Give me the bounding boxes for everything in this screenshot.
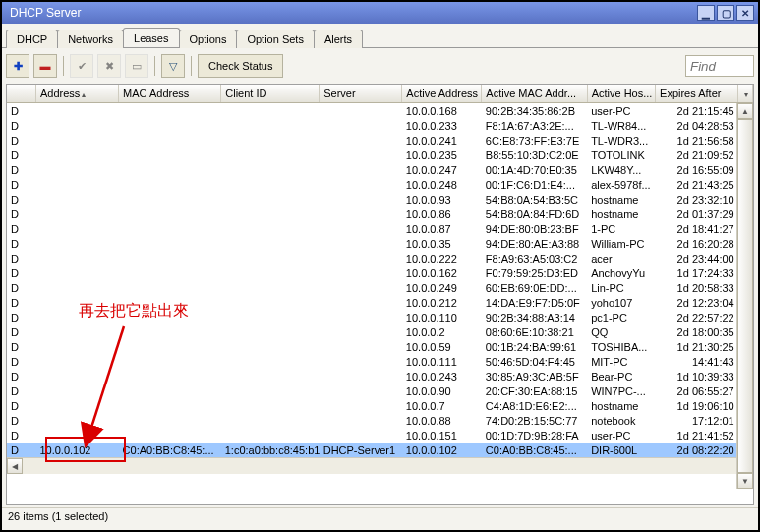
column-header[interactable]: Server [320, 85, 402, 103]
table-row[interactable]: D10.0.0.9354:B8:0A:54:B3:5Chostname2d 23… [7, 192, 753, 207]
check-icon: ✔ [78, 60, 87, 73]
tab-bar: DHCPNetworksLeasesOptionsOption SetsAler… [2, 24, 758, 48]
table-row[interactable]: D10.0.0.11150:46:5D:04:F4:45MIT-PC14:41:… [7, 354, 753, 369]
table-row[interactable]: D10.0.0.5900:1B:24:BA:99:61TOSHIBA...1d … [7, 339, 753, 354]
window-frame: DHCP Server ▁ ▢ ✕ DHCPNetworksLeasesOpti… [0, 0, 760, 532]
scroll-left-button[interactable]: ◀ [7, 458, 23, 474]
x-icon: ✖ [105, 60, 114, 73]
minus-icon: ▬ [40, 60, 51, 72]
table-row[interactable]: D10.0.0.233F8:1A:67:A3:2E:...TL-WR84...2… [7, 118, 753, 133]
toolbar-separator [154, 56, 155, 76]
table-row[interactable]: D10.0.0.24960:EB:69:0E:DD:...Lin-PC1d 20… [7, 280, 753, 295]
toolbar-separator [63, 56, 64, 76]
tab-alerts[interactable]: Alerts [314, 30, 363, 48]
table-row[interactable]: D10.0.0.222F8:A9:63:A5:03:C2acer2d 23:44… [7, 251, 753, 266]
column-header[interactable]: Address▴ [35, 85, 118, 103]
table-row[interactable]: D10.0.0.24800:1F:C6:D1:E4:...alex-5978f.… [7, 177, 753, 192]
table-row[interactable]: D10.0.0.235B8:55:10:3D:C2:0ETOTOLINK2d 2… [7, 148, 753, 162]
column-header[interactable]: Expires After [656, 85, 738, 103]
table-row[interactable]: D10.0.0.8794:DE:80:0B:23:BF1-PC2d 18:41:… [7, 221, 753, 236]
table-row[interactable]: D10.0.0.16890:2B:34:35:86:2Buser-PC2d 21… [7, 103, 753, 119]
toolbar-separator [191, 56, 192, 76]
remove-button[interactable]: ▬ [33, 54, 57, 78]
enable-button[interactable]: ✔ [70, 54, 93, 78]
table-row[interactable]: D10.0.0.9020:CF:30:EA:88:15WIN7PC-...2d … [7, 384, 753, 398]
table-row[interactable]: D10.0.0.208:60:6E:10:38:21QQ2d 18:00:35 [7, 325, 753, 339]
table-row[interactable]: D10.0.0.7C4:A8:1D:E6:E2:...hostname1d 19… [7, 398, 753, 413]
tab-dhcp[interactable]: DHCP [6, 30, 58, 48]
disable-button[interactable]: ✖ [97, 54, 121, 78]
horizontal-scrollbar[interactable]: ◀ ▶ [7, 457, 753, 474]
lease-grid: Address▴MAC AddressClient IDServerActive… [6, 84, 754, 505]
tab-option-sets[interactable]: Option Sets [236, 30, 314, 48]
titlebar[interactable]: DHCP Server ▁ ▢ ✕ [2, 2, 758, 24]
table-row[interactable]: D10.0.0.24330:85:A9:3C:AB:5FBear-PC1d 10… [7, 369, 753, 384]
table-row[interactable]: D10.0.0.162F0:79:59:25:D3:EDAnchovyYu1d … [7, 266, 753, 280]
scroll-up-button[interactable]: ▲ [737, 103, 753, 119]
column-header[interactable] [7, 85, 35, 103]
column-header[interactable]: Active MAC Addr... [482, 85, 587, 103]
funnel-icon: ▽ [169, 60, 177, 73]
column-header[interactable]: MAC Address [119, 85, 221, 103]
window-title: DHCP Server [6, 6, 695, 20]
table-row[interactable]: D10.0.0.15100:1D:7D:9B:28:FAuser-PC1d 21… [7, 428, 753, 443]
table-row[interactable]: D10.0.0.8874:D0:2B:15:5C:77notebook17:12… [7, 413, 753, 428]
table-row[interactable]: D10.0.0.2416C:E8:73:FF:E3:7ETL-WDR3...1d… [7, 133, 753, 148]
scroll-down-button[interactable]: ▼ [737, 473, 753, 489]
tab-options[interactable]: Options [179, 30, 238, 48]
column-header[interactable]: Active Hos... [587, 85, 655, 103]
table-row[interactable]: D10.0.0.21214:DA:E9:F7:D5:0Fyoho1072d 12… [7, 295, 753, 310]
status-bar: 26 items (1 selected) [2, 507, 758, 530]
maximize-button[interactable]: ▢ [717, 5, 734, 21]
table-row[interactable]: D10.0.0.102C0:A0:BB:C8:45:...1:c0:a0:bb:… [7, 443, 753, 457]
window-content: DHCPNetworksLeasesOptionsOption SetsAler… [2, 24, 758, 530]
comment-button[interactable]: ▭ [125, 54, 148, 78]
table-row[interactable]: D10.0.0.24700:1A:4D:70:E0:35LKW48Y...2d … [7, 162, 753, 177]
document-icon: ▭ [132, 60, 142, 73]
column-header[interactable]: Active Address [402, 85, 482, 103]
filter-button[interactable]: ▽ [161, 54, 185, 78]
column-header[interactable]: Client ID [221, 85, 320, 103]
table-row[interactable]: D10.0.0.3594:DE:80:AE:A3:88William-PC2d … [7, 236, 753, 251]
tab-networks[interactable]: Networks [57, 30, 124, 48]
toolbar: ✚ ▬ ✔ ✖ ▭ ▽ Check Status [2, 48, 758, 84]
plus-icon: ✚ [14, 60, 23, 73]
tab-leases[interactable]: Leases [123, 28, 179, 47]
vertical-scrollbar[interactable]: ▲ ▼ [736, 103, 753, 489]
scroll-thumb[interactable] [737, 119, 753, 473]
column-header[interactable]: ▾ [738, 85, 753, 103]
minimize-button[interactable]: ▁ [697, 5, 715, 21]
lease-table[interactable]: Address▴MAC AddressClient IDServerActive… [7, 85, 753, 457]
check-status-button[interactable]: Check Status [198, 54, 283, 78]
table-row[interactable]: D10.0.0.8654:B8:0A:84:FD:6Dhostname2d 01… [7, 207, 753, 221]
find-input[interactable] [685, 55, 754, 77]
close-button[interactable]: ✕ [736, 5, 754, 21]
add-button[interactable]: ✚ [6, 54, 29, 78]
table-row[interactable]: D10.0.0.11090:2B:34:88:A3:14pc1-PC2d 22:… [7, 310, 753, 325]
